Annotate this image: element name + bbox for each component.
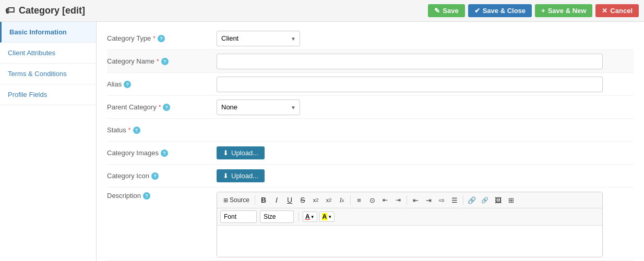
category-images-label: Category Images ? xyxy=(107,149,217,157)
status-label: Status * ? xyxy=(107,126,217,134)
header-buttons: ✎ Save ✔ Save & Close + Save & New ✕ Can… xyxy=(428,4,639,17)
category-type-select-wrapper: Client Vendor Other ▼ xyxy=(217,31,300,46)
sidebar-item-basic-information[interactable]: Basic Information xyxy=(0,22,96,43)
category-type-row: Category Type * ? Client Vendor Other ▼ xyxy=(107,27,634,50)
sidebar-item-terms-conditions[interactable]: Terms & Conditions xyxy=(0,64,96,84)
link-button[interactable]: 🔗 xyxy=(466,194,478,206)
remove-format-button[interactable]: Ix xyxy=(336,194,348,206)
alias-input[interactable] xyxy=(217,77,603,92)
category-type-select[interactable]: Client Vendor Other xyxy=(217,31,300,46)
bg-color-button[interactable]: A ▼ xyxy=(319,212,335,222)
unlink-button[interactable]: 🔗 xyxy=(479,194,491,206)
category-name-input[interactable] xyxy=(217,54,603,69)
align-right-button[interactable]: ⇨ xyxy=(435,194,448,206)
sidebar-item-profile-fields[interactable]: Profile Fields xyxy=(0,84,96,105)
font-color-button[interactable]: A ▼ xyxy=(303,212,317,222)
indent-less-button[interactable]: ⇤ xyxy=(379,194,391,206)
category-type-label: Category Type * ? xyxy=(107,34,217,42)
parent-category-required: * xyxy=(159,104,161,111)
bold-button[interactable]: B xyxy=(257,194,270,206)
font-select[interactable]: Font xyxy=(220,210,257,223)
sidebar: Basic Information Client Attributes Term… xyxy=(0,22,97,261)
category-icon-label: Category Icon ? xyxy=(107,172,217,180)
description-editor: ⊞ Source B I U S x2 x2 Ix ≡ ⊙ xyxy=(217,192,603,257)
toolbar-separator xyxy=(463,195,463,205)
toggle-thumb xyxy=(206,131,216,141)
save-icon: ✎ xyxy=(434,7,440,15)
category-name-label: Category Name * ? xyxy=(107,57,217,65)
toolbar-separator xyxy=(407,195,407,205)
parent-category-select-wrapper: None Option 1 Option 2 ▼ xyxy=(217,100,300,115)
category-icon-control: ⬇ Upload... xyxy=(217,169,634,182)
align-left-button[interactable]: ⇤ xyxy=(409,194,422,206)
font-select-wrapper: Font xyxy=(220,210,258,223)
status-help-icon[interactable]: ? xyxy=(133,127,140,134)
alias-control xyxy=(217,77,634,92)
page-layout: Basic Information Client Attributes Term… xyxy=(0,22,644,261)
category-name-required: * xyxy=(157,58,159,65)
main-content: Category Type * ? Client Vendor Other ▼ … xyxy=(97,22,644,261)
cancel-button[interactable]: ✕ Cancel xyxy=(595,4,639,17)
source-icon: ⊞ xyxy=(223,197,228,204)
save-close-button[interactable]: ✔ Save & Close xyxy=(468,4,532,17)
parent-category-select[interactable]: None Option 1 Option 2 xyxy=(217,100,300,115)
subscript-button[interactable]: x2 xyxy=(309,194,322,206)
bg-color-chevron: ▼ xyxy=(328,215,332,219)
category-name-row: Category Name * ? xyxy=(107,50,634,73)
parent-category-help-icon[interactable]: ? xyxy=(163,104,170,111)
toolbar-separator xyxy=(255,195,255,205)
upload-icon: ⬇ xyxy=(223,149,229,157)
bg-color-icon: A xyxy=(322,213,328,220)
superscript-button[interactable]: x2 xyxy=(323,194,335,206)
category-icon-upload-button[interactable]: ⬇ Upload... xyxy=(217,169,265,182)
parent-category-label: Parent Category * ? xyxy=(107,103,217,111)
underline-button[interactable]: U xyxy=(283,194,296,206)
description-row: Description ? ⊞ Source B I U S xyxy=(107,188,634,261)
page-icon: 🏷 xyxy=(5,5,15,16)
italic-button[interactable]: I xyxy=(270,194,283,206)
indent-more-button[interactable]: ⇥ xyxy=(392,194,404,206)
strikethrough-button[interactable]: S xyxy=(296,194,309,206)
toolbar-separator xyxy=(350,195,351,205)
category-images-control: ⬇ Upload... xyxy=(217,146,634,159)
alias-label: Alias ? xyxy=(107,80,217,88)
plus-icon: + xyxy=(541,7,545,15)
category-images-help-icon[interactable]: ? xyxy=(161,150,168,157)
description-label: Description ? xyxy=(107,192,217,200)
editor-toolbar-row1: ⊞ Source B I U S x2 x2 Ix ≡ ⊙ xyxy=(217,192,602,208)
description-control: ⊞ Source B I U S x2 x2 Ix ≡ ⊙ xyxy=(217,192,634,257)
source-button[interactable]: ⊞ Source xyxy=(220,195,253,205)
size-select[interactable]: Size xyxy=(260,210,294,223)
status-row: Status * ? xyxy=(107,119,634,142)
page-header: 🏷 Category [edit] ✎ Save ✔ Save & Close … xyxy=(0,0,644,22)
align-center-button[interactable]: ⇥ xyxy=(422,194,435,206)
cancel-icon: ✕ xyxy=(602,7,607,15)
category-type-control: Client Vendor Other ▼ xyxy=(217,31,634,46)
category-name-control xyxy=(217,54,634,69)
ordered-list-button[interactable]: ≡ xyxy=(353,194,365,206)
save-button[interactable]: ✎ Save xyxy=(428,4,464,17)
category-images-upload-button[interactable]: ⬇ Upload... xyxy=(217,146,265,159)
check-icon: ✔ xyxy=(474,7,480,15)
size-select-wrapper: Size xyxy=(260,210,295,223)
page-title: 🏷 Category [edit] xyxy=(5,5,85,16)
table-button[interactable]: ⊞ xyxy=(505,194,517,206)
category-type-required: * xyxy=(153,35,156,42)
description-help-icon[interactable]: ? xyxy=(143,192,150,200)
category-name-help-icon[interactable]: ? xyxy=(161,58,169,65)
font-color-icon: A xyxy=(305,213,310,220)
justify-button[interactable]: ☰ xyxy=(448,194,461,206)
alias-help-icon[interactable]: ? xyxy=(124,81,131,88)
editor-toolbar-row2: Font Size A ▼ xyxy=(217,208,602,226)
image-button[interactable]: 🖼 xyxy=(492,194,504,206)
description-editor-body[interactable] xyxy=(217,226,602,257)
category-type-help-icon[interactable]: ? xyxy=(158,35,165,42)
category-icon-help-icon[interactable]: ? xyxy=(151,172,159,180)
font-color-chevron: ▼ xyxy=(311,215,315,219)
upload-icon: ⬇ xyxy=(223,172,229,180)
save-new-button[interactable]: + Save & New xyxy=(535,4,592,17)
sidebar-item-client-attributes[interactable]: Client Attributes xyxy=(0,43,96,64)
category-icon-row: Category Icon ? ⬇ Upload... xyxy=(107,165,634,188)
unordered-list-button[interactable]: ⊙ xyxy=(366,194,378,206)
toolbar-separator xyxy=(299,212,299,221)
